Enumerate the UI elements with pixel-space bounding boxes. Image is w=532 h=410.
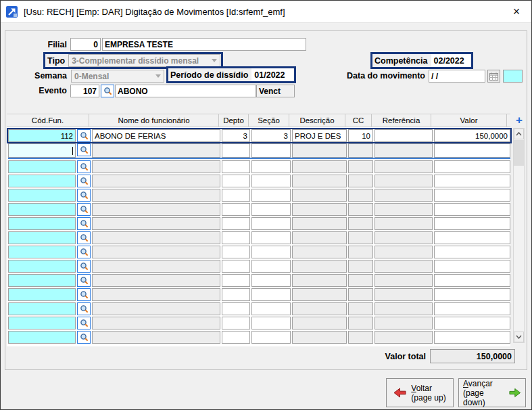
cod-fun-cell[interactable] xyxy=(8,189,76,202)
secao-cell[interactable] xyxy=(251,160,291,173)
cc-cell[interactable] xyxy=(348,288,373,301)
referencia-cell[interactable] xyxy=(374,274,433,287)
cod-fun-cell[interactable] xyxy=(8,143,76,158)
periodo-dissidio-field[interactable]: 01/2022 xyxy=(251,68,293,81)
employee-lookup-button[interactable] xyxy=(77,274,91,287)
cod-fun-cell[interactable] xyxy=(8,288,76,301)
nome-funcionario-cell[interactable] xyxy=(92,160,220,173)
cc-cell[interactable] xyxy=(348,203,373,216)
nome-funcionario-cell[interactable] xyxy=(92,217,220,230)
scrollbar-thumb[interactable] xyxy=(514,140,524,166)
valor-cell[interactable] xyxy=(434,246,510,258)
referencia-cell[interactable] xyxy=(374,189,433,202)
table-row[interactable] xyxy=(8,217,510,230)
employee-lookup-button[interactable] xyxy=(77,288,91,301)
depto-cell[interactable] xyxy=(222,203,250,216)
valor-cell[interactable] xyxy=(434,331,510,344)
secao-cell[interactable] xyxy=(251,317,291,329)
descricao-cell[interactable] xyxy=(292,189,347,202)
employee-lookup-button[interactable] xyxy=(77,231,91,244)
cc-cell[interactable]: 10 xyxy=(348,129,373,142)
cod-fun-cell[interactable] xyxy=(8,331,76,344)
depto-cell[interactable] xyxy=(222,143,250,158)
nome-funcionario-cell[interactable] xyxy=(92,317,220,329)
depto-cell[interactable]: 3 xyxy=(222,129,250,142)
cod-fun-cell[interactable] xyxy=(8,246,76,258)
employee-lookup-button[interactable] xyxy=(77,246,91,258)
cc-cell[interactable] xyxy=(348,231,373,244)
employee-lookup-button[interactable] xyxy=(77,160,91,173)
depto-cell[interactable] xyxy=(222,160,250,173)
cc-cell[interactable] xyxy=(348,317,373,329)
valor-cell[interactable]: 150,0000 xyxy=(434,129,510,142)
referencia-cell[interactable] xyxy=(374,302,433,315)
nome-funcionario-cell[interactable] xyxy=(92,175,220,187)
valor-cell[interactable] xyxy=(434,189,510,202)
nome-funcionario-cell[interactable] xyxy=(92,288,220,301)
descricao-cell[interactable] xyxy=(292,175,347,187)
cc-cell[interactable] xyxy=(348,331,373,344)
avancar-button[interactable]: Avançar (page down) xyxy=(458,378,526,407)
valor-cell[interactable] xyxy=(434,260,510,273)
referencia-cell[interactable] xyxy=(374,288,433,301)
secao-cell[interactable] xyxy=(251,143,291,158)
referencia-cell[interactable] xyxy=(374,175,433,187)
referencia-cell[interactable] xyxy=(374,260,433,273)
voltar-button[interactable]: Voltar (page up) xyxy=(386,378,454,407)
secao-cell[interactable] xyxy=(251,302,291,315)
valor-cell[interactable] xyxy=(434,274,510,287)
cc-cell[interactable] xyxy=(348,217,373,230)
cc-cell[interactable] xyxy=(348,274,373,287)
descricao-cell[interactable] xyxy=(292,274,347,287)
valor-cell[interactable] xyxy=(434,317,510,329)
cc-cell[interactable] xyxy=(348,302,373,315)
secao-cell[interactable] xyxy=(251,274,291,287)
descricao-cell[interactable] xyxy=(292,231,347,244)
depto-cell[interactable] xyxy=(222,231,250,244)
tipo-dropdown[interactable]: 3-Complementar dissídio mensal xyxy=(68,54,220,67)
scroll-up-button[interactable] xyxy=(514,129,524,139)
nome-funcionario-cell[interactable] xyxy=(92,274,220,287)
descricao-cell[interactable] xyxy=(292,160,347,173)
descricao-cell[interactable] xyxy=(292,317,347,329)
valor-cell[interactable] xyxy=(434,160,510,173)
descricao-cell[interactable] xyxy=(292,260,347,273)
employee-lookup-button[interactable] xyxy=(77,302,91,315)
descricao-cell[interactable] xyxy=(292,217,347,230)
cod-fun-cell[interactable] xyxy=(8,302,76,315)
depto-cell[interactable] xyxy=(222,274,250,287)
descricao-cell[interactable] xyxy=(292,302,347,315)
secao-cell[interactable] xyxy=(251,288,291,301)
depto-cell[interactable] xyxy=(222,217,250,230)
descricao-cell[interactable] xyxy=(292,246,347,258)
valor-cell[interactable] xyxy=(434,217,510,230)
cc-cell[interactable] xyxy=(348,160,373,173)
secao-cell[interactable] xyxy=(251,189,291,202)
referencia-cell[interactable] xyxy=(374,331,433,344)
referencia-cell[interactable] xyxy=(374,217,433,230)
table-row[interactable] xyxy=(8,274,510,287)
depto-cell[interactable] xyxy=(222,175,250,187)
scroll-down-button[interactable] xyxy=(514,332,524,342)
grid-scrollbar[interactable] xyxy=(513,128,525,343)
secao-cell[interactable] xyxy=(251,217,291,230)
employee-lookup-button[interactable] xyxy=(77,129,91,142)
table-row[interactable] xyxy=(8,189,510,202)
cod-fun-cell[interactable] xyxy=(8,175,76,187)
table-row[interactable] xyxy=(8,246,510,258)
table-row[interactable] xyxy=(8,231,510,244)
referencia-cell[interactable] xyxy=(374,143,433,158)
secao-cell[interactable] xyxy=(251,331,291,344)
nome-funcionario-cell[interactable]: ABONO DE FERIAS xyxy=(92,129,220,142)
valor-cell[interactable] xyxy=(434,175,510,187)
cc-cell[interactable] xyxy=(348,175,373,187)
cod-fun-cell[interactable] xyxy=(8,260,76,273)
nome-funcionario-cell[interactable] xyxy=(92,231,220,244)
employee-lookup-button[interactable] xyxy=(77,331,91,344)
referencia-cell[interactable] xyxy=(374,203,433,216)
descricao-cell[interactable]: PROJ E DES xyxy=(292,129,347,142)
cod-fun-cell[interactable]: 112 xyxy=(8,129,76,142)
data-movimento-field[interactable]: / / xyxy=(429,70,485,83)
employee-lookup-button[interactable] xyxy=(77,189,91,202)
referencia-cell[interactable] xyxy=(374,231,433,244)
